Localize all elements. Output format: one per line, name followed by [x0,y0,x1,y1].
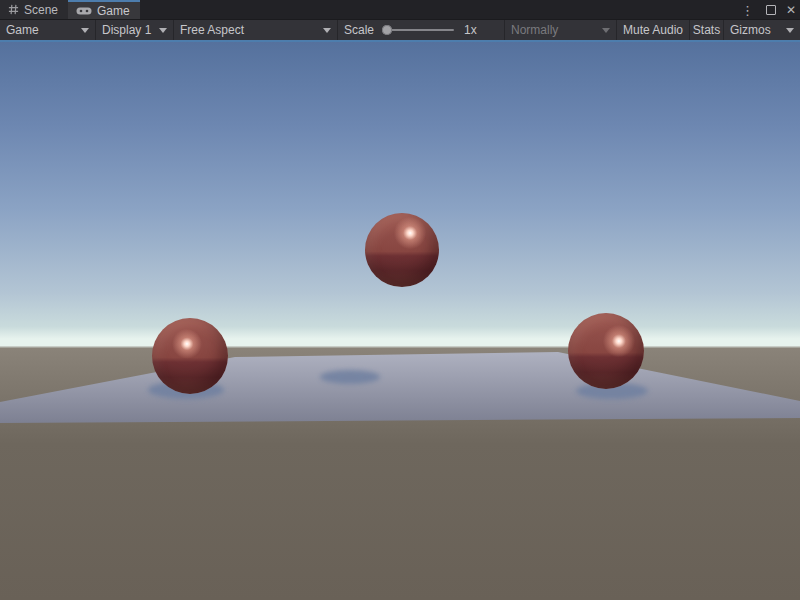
gizmos-label: Gizmos [730,23,771,37]
red-sphere-right [568,313,644,389]
maximize-icon[interactable] [766,5,776,15]
window-controls: ⋮ ✕ [739,0,796,20]
scale-control: Scale 1x [338,20,505,40]
stats-label: Stats [693,23,720,37]
red-sphere-left [152,318,228,394]
chevron-down-icon [602,28,610,33]
kebab-menu-icon[interactable]: ⋮ [739,4,756,17]
scale-value: 1x [464,23,477,37]
red-sphere-middle [365,213,439,287]
close-icon[interactable]: ✕ [786,4,796,16]
chevron-down-icon [159,28,167,33]
scale-slider[interactable] [382,24,454,36]
view-dropdown-label: Game [6,23,39,37]
editor-tab-bar: Scene Game ⋮ ✕ [0,0,800,20]
stats-button[interactable]: Stats [690,20,724,40]
view-dropdown[interactable]: Game [0,20,96,40]
tab-game[interactable]: Game [68,0,140,19]
display-dropdown-label: Display 1 [102,23,151,37]
tab-scene-label: Scene [24,3,58,17]
tab-game-label: Game [97,4,130,18]
chevron-down-icon [81,28,89,33]
aspect-ratio-dropdown[interactable]: Free Aspect [174,20,338,40]
game-viewport[interactable] [0,42,800,600]
mute-audio-label: Mute Audio [623,23,683,37]
gamepad-icon [76,6,92,16]
sphere-shadow [320,370,380,384]
tab-scene[interactable]: Scene [0,0,68,19]
scale-label: Scale [344,23,374,37]
mute-audio-button[interactable]: Mute Audio [617,20,690,40]
game-view-toolbar: Game Display 1 Free Aspect Scale 1x Norm… [0,20,800,40]
play-mode-label: Normally [511,23,558,37]
chevron-down-icon [786,28,794,33]
slider-knob[interactable] [382,25,392,35]
ground-plane [0,352,800,423]
display-dropdown[interactable]: Display 1 [96,20,174,40]
chevron-down-icon [323,28,331,33]
scene-render [0,42,800,600]
aspect-ratio-label: Free Aspect [180,23,244,37]
grid-icon [8,4,19,15]
gizmos-dropdown[interactable]: Gizmos [724,20,800,40]
play-mode-dropdown[interactable]: Normally [505,20,617,40]
slider-track[interactable] [382,29,454,31]
